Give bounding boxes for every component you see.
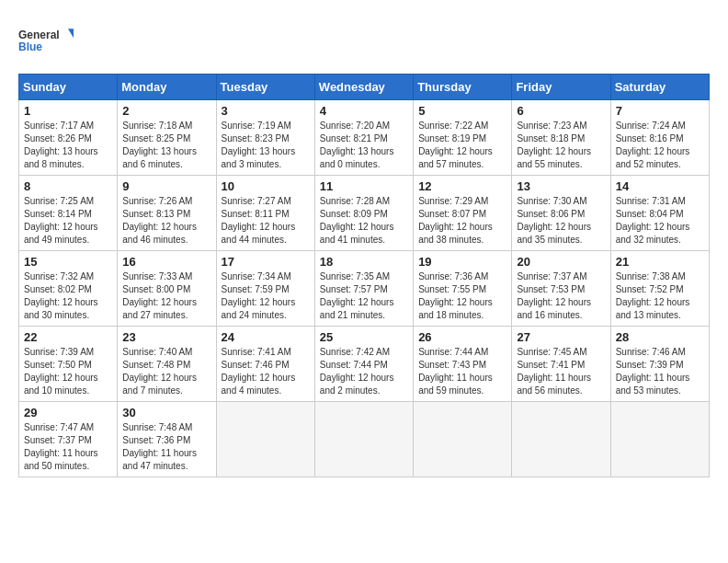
calendar-cell: 29Sunrise: 7:47 AMSunset: 7:37 PMDayligh… (19, 402, 118, 477)
day-number: 4 (320, 104, 408, 118)
calendar-cell: 28Sunrise: 7:46 AMSunset: 7:39 PMDayligh… (610, 327, 709, 402)
day-number: 20 (517, 255, 605, 269)
calendar-cell (216, 402, 314, 477)
calendar-cell (610, 402, 709, 477)
day-number: 24 (222, 330, 310, 344)
calendar-cell: 23Sunrise: 7:40 AMSunset: 7:48 PMDayligh… (118, 327, 216, 402)
col-header-sunday: Sunday (19, 75, 118, 100)
calendar-cell (512, 402, 610, 477)
calendar-cell: 27Sunrise: 7:45 AMSunset: 7:41 PMDayligh… (512, 327, 610, 402)
day-number: 16 (122, 255, 210, 269)
calendar-cell (314, 402, 413, 477)
svg-marker-2 (68, 29, 74, 38)
calendar-cell: 10Sunrise: 7:27 AMSunset: 8:11 PMDayligh… (216, 176, 314, 251)
cell-info: Sunrise: 7:22 AMSunset: 8:19 PMDaylight:… (418, 120, 506, 171)
cell-info: Sunrise: 7:34 AMSunset: 7:59 PMDaylight:… (222, 270, 310, 322)
cell-info: Sunrise: 7:25 AMSunset: 8:14 PMDaylight:… (24, 195, 112, 247)
cell-info: Sunrise: 7:17 AMSunset: 8:26 PMDaylight:… (24, 120, 112, 171)
calendar-table: SundayMondayTuesdayWednesdayThursdayFrid… (18, 74, 710, 477)
cell-info: Sunrise: 7:44 AMSunset: 7:43 PMDaylight:… (418, 346, 506, 397)
day-number: 19 (418, 255, 506, 269)
calendar-cell: 8Sunrise: 7:25 AMSunset: 8:14 PMDaylight… (19, 176, 118, 251)
day-number: 28 (616, 330, 704, 344)
day-number: 11 (320, 179, 408, 193)
calendar-cell: 11Sunrise: 7:28 AMSunset: 8:09 PMDayligh… (314, 176, 413, 251)
cell-info: Sunrise: 7:47 AMSunset: 7:37 PMDaylight:… (24, 421, 112, 473)
day-number: 1 (24, 104, 112, 118)
day-number: 5 (418, 104, 506, 118)
day-number: 21 (616, 255, 704, 269)
calendar-cell (414, 402, 512, 477)
day-number: 29 (24, 406, 112, 419)
cell-info: Sunrise: 7:27 AMSunset: 8:11 PMDaylight:… (222, 195, 310, 247)
calendar-cell: 18Sunrise: 7:35 AMSunset: 7:57 PMDayligh… (314, 251, 413, 327)
calendar-cell: 17Sunrise: 7:34 AMSunset: 7:59 PMDayligh… (216, 251, 314, 327)
calendar-cell: 15Sunrise: 7:32 AMSunset: 8:02 PMDayligh… (19, 251, 118, 327)
day-number: 6 (517, 104, 605, 118)
day-number: 12 (418, 179, 506, 193)
cell-info: Sunrise: 7:31 AMSunset: 8:04 PMDaylight:… (616, 195, 704, 247)
cell-info: Sunrise: 7:36 AMSunset: 7:55 PMDaylight:… (418, 270, 506, 322)
day-number: 25 (320, 330, 408, 344)
logo: General Blue (18, 18, 74, 64)
col-header-wednesday: Wednesday (314, 75, 413, 100)
cell-info: Sunrise: 7:40 AMSunset: 7:48 PMDaylight:… (122, 346, 210, 397)
day-number: 13 (517, 179, 605, 193)
day-number: 9 (122, 179, 210, 193)
cell-info: Sunrise: 7:28 AMSunset: 8:09 PMDaylight:… (320, 195, 408, 247)
day-number: 10 (222, 179, 310, 193)
page-header: General Blue (18, 18, 710, 64)
calendar-cell: 5Sunrise: 7:22 AMSunset: 8:19 PMDaylight… (414, 100, 512, 176)
svg-text:General: General (18, 29, 60, 41)
day-number: 3 (222, 104, 310, 118)
day-number: 18 (320, 255, 408, 269)
col-header-monday: Monday (118, 75, 216, 100)
cell-info: Sunrise: 7:20 AMSunset: 8:21 PMDaylight:… (320, 120, 408, 171)
cell-info: Sunrise: 7:35 AMSunset: 7:57 PMDaylight:… (320, 270, 408, 322)
calendar-cell: 6Sunrise: 7:23 AMSunset: 8:18 PMDaylight… (512, 100, 610, 176)
col-header-friday: Friday (512, 75, 610, 100)
calendar-cell: 26Sunrise: 7:44 AMSunset: 7:43 PMDayligh… (414, 327, 512, 402)
day-number: 8 (24, 179, 112, 193)
cell-info: Sunrise: 7:39 AMSunset: 7:50 PMDaylight:… (24, 346, 112, 397)
cell-info: Sunrise: 7:38 AMSunset: 7:52 PMDaylight:… (616, 270, 704, 322)
calendar-cell: 16Sunrise: 7:33 AMSunset: 8:00 PMDayligh… (118, 251, 216, 327)
calendar-cell: 14Sunrise: 7:31 AMSunset: 8:04 PMDayligh… (610, 176, 709, 251)
calendar-cell: 1Sunrise: 7:17 AMSunset: 8:26 PMDaylight… (19, 100, 118, 176)
calendar-cell: 13Sunrise: 7:30 AMSunset: 8:06 PMDayligh… (512, 176, 610, 251)
cell-info: Sunrise: 7:48 AMSunset: 7:36 PMDaylight:… (122, 421, 210, 473)
cell-info: Sunrise: 7:26 AMSunset: 8:13 PMDaylight:… (122, 195, 210, 247)
col-header-thursday: Thursday (414, 75, 512, 100)
cell-info: Sunrise: 7:46 AMSunset: 7:39 PMDaylight:… (616, 346, 704, 397)
day-number: 17 (222, 255, 310, 269)
calendar-cell: 9Sunrise: 7:26 AMSunset: 8:13 PMDaylight… (118, 176, 216, 251)
day-number: 7 (616, 104, 704, 118)
cell-info: Sunrise: 7:41 AMSunset: 7:46 PMDaylight:… (222, 346, 310, 397)
cell-info: Sunrise: 7:23 AMSunset: 8:18 PMDaylight:… (517, 120, 605, 171)
cell-info: Sunrise: 7:37 AMSunset: 7:53 PMDaylight:… (517, 270, 605, 322)
cell-info: Sunrise: 7:24 AMSunset: 8:16 PMDaylight:… (616, 120, 704, 171)
cell-info: Sunrise: 7:18 AMSunset: 8:25 PMDaylight:… (122, 120, 210, 171)
logo-svg: General Blue (18, 18, 74, 64)
calendar-cell: 22Sunrise: 7:39 AMSunset: 7:50 PMDayligh… (19, 327, 118, 402)
day-number: 2 (122, 104, 210, 118)
col-header-tuesday: Tuesday (216, 75, 314, 100)
day-number: 15 (24, 255, 112, 269)
calendar-cell: 3Sunrise: 7:19 AMSunset: 8:23 PMDaylight… (216, 100, 314, 176)
calendar-cell: 4Sunrise: 7:20 AMSunset: 8:21 PMDaylight… (314, 100, 413, 176)
calendar-cell: 25Sunrise: 7:42 AMSunset: 7:44 PMDayligh… (314, 327, 413, 402)
calendar-cell: 12Sunrise: 7:29 AMSunset: 8:07 PMDayligh… (414, 176, 512, 251)
cell-info: Sunrise: 7:32 AMSunset: 8:02 PMDaylight:… (24, 270, 112, 322)
calendar-cell: 24Sunrise: 7:41 AMSunset: 7:46 PMDayligh… (216, 327, 314, 402)
day-number: 30 (122, 406, 210, 419)
col-header-saturday: Saturday (610, 75, 709, 100)
calendar-cell: 19Sunrise: 7:36 AMSunset: 7:55 PMDayligh… (414, 251, 512, 327)
cell-info: Sunrise: 7:19 AMSunset: 8:23 PMDaylight:… (222, 120, 310, 171)
svg-text:Blue: Blue (18, 40, 42, 53)
calendar-cell: 30Sunrise: 7:48 AMSunset: 7:36 PMDayligh… (118, 402, 216, 477)
day-number: 26 (418, 330, 506, 344)
cell-info: Sunrise: 7:42 AMSunset: 7:44 PMDaylight:… (320, 346, 408, 397)
calendar-cell: 20Sunrise: 7:37 AMSunset: 7:53 PMDayligh… (512, 251, 610, 327)
day-number: 27 (517, 330, 605, 344)
cell-info: Sunrise: 7:30 AMSunset: 8:06 PMDaylight:… (517, 195, 605, 247)
